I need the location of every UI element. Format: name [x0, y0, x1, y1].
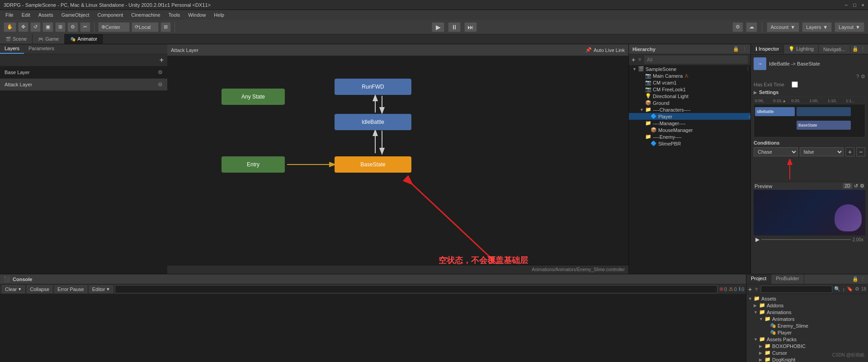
editor-btn[interactable]: Editor ▼ — [89, 285, 113, 293]
project-tree-boxophobic[interactable]: ▶ 📁 BOXOPHOBIC — [746, 343, 868, 349]
auto-live-link-btn[interactable]: 📌 Auto Live Link — [585, 47, 625, 53]
editor-dropdown-arrow[interactable]: ▼ — [106, 287, 110, 291]
project-icon2[interactable]: 🔖 — [847, 286, 853, 292]
state-basestate[interactable]: BaseState — [335, 156, 411, 173]
tree-ground[interactable]: 📦 Ground — [629, 99, 750, 106]
project-icon1[interactable]: ↕ — [842, 287, 845, 292]
state-any-state[interactable]: Any State — [222, 89, 285, 105]
add-condition-button[interactable]: + — [845, 147, 854, 156]
tree-characters[interactable]: ▼ 📁 ----Characters---- — [629, 106, 750, 113]
tree-cm-vcam1[interactable]: 📷 CM vcam1 — [629, 79, 750, 86]
error-pause-btn[interactable]: Error Pause — [54, 285, 87, 293]
preview-settings-icon[interactable]: ⚙ — [860, 183, 864, 189]
tool-move[interactable]: ✥ — [18, 22, 28, 32]
menu-assets[interactable]: Assets — [35, 11, 57, 19]
tree-mousemanager[interactable]: 📦 MouseManager — [629, 127, 750, 133]
cloud-icon[interactable]: ☁ — [746, 22, 757, 32]
tree-manager[interactable]: 📁 ----Manager---- — [629, 120, 750, 127]
layer-attack-gear[interactable]: ⚙ — [158, 81, 163, 88]
timeline-block-idlebattle[interactable]: IdleBattle — [755, 107, 795, 116]
tree-player[interactable]: 🔷 Player › — [629, 113, 750, 120]
collab-icon[interactable]: ⚙ — [732, 22, 743, 32]
tab-probuilder[interactable]: ProBuilder — [771, 274, 804, 284]
pivot-center-btn[interactable]: ⊕ Center — [98, 22, 130, 32]
tool-rect[interactable]: ⊞ — [55, 22, 66, 32]
tab-project[interactable]: Project — [746, 274, 771, 284]
menu-tools[interactable]: Tools — [165, 11, 184, 19]
preview-rotate-icon[interactable]: ↺ — [854, 183, 858, 189]
tab-scene[interactable]: 🎬 Scene — [0, 34, 33, 44]
settings-row[interactable]: ▶ Settings — [754, 89, 865, 95]
tab-parameters[interactable]: Parameters — [24, 44, 59, 54]
tab-inspector[interactable]: ℹ Inspector — [751, 45, 784, 53]
tab-layers[interactable]: Layers — [0, 44, 24, 54]
tree-samplescene[interactable]: ▼ 🎬 SampleScene ⋮ — [629, 66, 750, 72]
condition-value-select[interactable]: false — [800, 147, 844, 156]
layer-attack[interactable]: Attack Layer ⚙ — [0, 79, 167, 91]
project-tree-player[interactable]: 🎭 Player — [746, 329, 868, 336]
state-runfwd[interactable]: RunFWD — [335, 79, 411, 95]
tool-hand[interactable]: ✋ — [4, 22, 16, 32]
maximize-btn[interactable]: □ — [853, 2, 856, 8]
tree-slimepbr[interactable]: 🔷 SlimePBR — [629, 140, 750, 147]
state-entry[interactable]: Entry — [222, 156, 285, 173]
timeline-block-basestate[interactable]: BaseState — [797, 121, 851, 130]
pivot-local-btn[interactable]: ⟳ Local — [132, 22, 159, 32]
minimize-btn[interactable]: − — [844, 2, 847, 8]
project-add-btn[interactable]: + — [748, 286, 752, 293]
tool-transform[interactable]: ⚙ — [67, 22, 78, 32]
step-button[interactable]: ⏭ — [464, 22, 477, 32]
tab-navigation[interactable]: Navigati... — [819, 45, 850, 53]
menu-edit[interactable]: Edit — [18, 11, 34, 19]
project-tree-animations[interactable]: ▼ 📁 Animations — [746, 309, 868, 315]
state-idlebattle[interactable]: IdleBattle — [335, 114, 411, 130]
tool-scale[interactable]: ▣ — [42, 22, 53, 32]
clear-dropdown-arrow[interactable]: ▼ — [18, 287, 22, 291]
console-search-input[interactable] — [115, 285, 717, 293]
tab-lighting[interactable]: 💡 Lighting — [784, 45, 819, 53]
menu-file[interactable]: File — [2, 11, 17, 19]
project-tree-assets-packs[interactable]: ▼ 📁 Assets Packs — [746, 336, 868, 343]
tree-main-camera[interactable]: 📷 Main Camera ⚠ — [629, 72, 750, 79]
project-tree-animators[interactable]: ▼ 📁 Animators — [746, 315, 868, 322]
menu-cinemachine[interactable]: Cinemachine — [127, 11, 164, 19]
project-search-input[interactable] — [761, 286, 832, 293]
menu-help[interactable]: Help — [210, 11, 228, 19]
lock-icon[interactable]: 🔒 — [733, 46, 739, 52]
tool-custom[interactable]: ✂ — [80, 22, 90, 32]
project-more-icon[interactable]: ⋮ — [860, 276, 865, 282]
inspector-cog-icon[interactable]: ⚙ — [861, 74, 865, 80]
clear-btn[interactable]: Clear ▼ — [2, 285, 25, 293]
tab-animator[interactable]: 🎭 Animator — [65, 34, 103, 44]
inspector-lock-icon[interactable]: 🔒 — [852, 46, 859, 52]
preview-2d-btn[interactable]: 2D — [843, 183, 852, 189]
menu-gameobject[interactable]: GameObject — [58, 11, 93, 19]
project-tree-addons[interactable]: ▶ 📁 Addons — [746, 302, 868, 309]
condition-name-select[interactable]: Chase — [754, 147, 798, 156]
menu-window[interactable]: Window — [184, 11, 209, 19]
animator-content[interactable]: Any State Entry RunFWD IdleBattle BaseSt… — [167, 56, 628, 274]
tree-dir-light[interactable]: 💡 Directional Light — [629, 93, 750, 99]
project-tree-enemy-slime[interactable]: 🎭 Enemy_Slime — [746, 322, 868, 329]
tree-enemy[interactable]: 📁 ----Enemy---- — [629, 133, 750, 140]
account-dropdown[interactable]: Account ▼ — [767, 22, 800, 32]
hierarchy-search-input[interactable] — [644, 56, 748, 64]
play-button[interactable]: ▶ — [432, 22, 444, 32]
remove-condition-button[interactable]: − — [856, 147, 865, 156]
project-tree-assets[interactable]: ▼ 📁 Assets — [746, 295, 868, 302]
tree-cm-freelook[interactable]: 📷 CM FreeLook1 — [629, 86, 750, 93]
tab-game[interactable]: 🎮 Game — [33, 34, 65, 44]
add-hierarchy-btn[interactable]: + — [632, 56, 635, 63]
layers-dropdown[interactable]: Layers ▼ — [802, 22, 832, 32]
add-layer-button[interactable]: + — [160, 56, 164, 64]
scene-menu-icon[interactable]: ⋮ — [745, 66, 750, 72]
project-icon3[interactable]: ⚙ — [855, 286, 859, 292]
question-icon[interactable]: ? — [856, 74, 859, 80]
collapse-btn[interactable]: Collapse — [27, 285, 52, 293]
layer-base[interactable]: Base Layer ⚙ — [0, 66, 167, 79]
close-btn[interactable]: × — [862, 2, 864, 8]
preview-play-btn[interactable]: ▶ — [755, 236, 760, 243]
layer-base-gear[interactable]: ⚙ — [158, 69, 163, 75]
tool-extra[interactable]: ⊞ — [160, 22, 171, 32]
exit-time-checkbox[interactable] — [792, 81, 798, 88]
